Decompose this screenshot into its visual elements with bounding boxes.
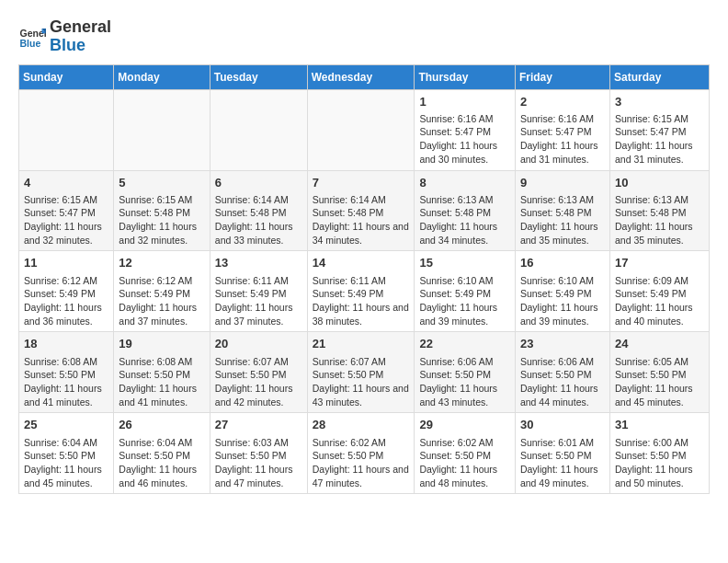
day-number: 14	[313, 255, 410, 271]
day-number: 7	[313, 175, 410, 191]
day-info: Daylight: 11 hours and 43 minutes.	[419, 382, 510, 408]
day-cell: 8Sunrise: 6:13 AMSunset: 5:48 PMDaylight…	[415, 170, 516, 251]
day-cell: 21Sunrise: 6:07 AMSunset: 5:50 PMDayligh…	[307, 332, 415, 413]
day-info: Sunset: 5:50 PM	[119, 368, 204, 382]
day-info: Sunset: 5:50 PM	[24, 368, 108, 382]
day-info: Sunrise: 6:09 AM	[615, 274, 704, 288]
day-info: Sunset: 5:50 PM	[313, 449, 410, 463]
header-cell-friday: Friday	[515, 64, 609, 89]
day-info: Sunset: 5:50 PM	[24, 449, 108, 463]
calendar-table: SundayMondayTuesdayWednesdayThursdayFrid…	[18, 64, 710, 495]
day-info: Daylight: 11 hours and 35 minutes.	[615, 220, 704, 247]
day-info: Sunset: 5:50 PM	[520, 368, 605, 382]
day-cell: 17Sunrise: 6:09 AMSunset: 5:49 PMDayligh…	[609, 251, 709, 332]
day-cell	[114, 89, 210, 170]
day-info: Daylight: 11 hours and 46 minutes.	[119, 463, 204, 489]
day-number: 17	[615, 255, 704, 271]
day-number: 26	[119, 417, 204, 433]
day-info: Daylight: 11 hours and 47 minutes.	[313, 463, 410, 489]
day-info: Sunrise: 6:16 AM	[520, 112, 605, 126]
day-info: Sunrise: 6:04 AM	[24, 436, 108, 450]
day-info: Sunrise: 6:06 AM	[419, 355, 510, 369]
week-row-1: 1Sunrise: 6:16 AMSunset: 5:47 PMDaylight…	[19, 89, 710, 170]
day-cell: 10Sunrise: 6:13 AMSunset: 5:48 PMDayligh…	[609, 170, 709, 251]
day-info: Sunrise: 6:08 AM	[24, 355, 108, 369]
day-cell: 7Sunrise: 6:14 AMSunset: 5:48 PMDaylight…	[307, 170, 415, 251]
day-info: Sunrise: 6:03 AM	[215, 436, 302, 450]
logo-text: General Blue	[50, 18, 111, 55]
day-info: Sunset: 5:48 PM	[215, 206, 302, 220]
day-info: Sunrise: 6:15 AM	[24, 193, 108, 207]
day-info: Sunset: 5:48 PM	[313, 206, 410, 220]
header-cell-tuesday: Tuesday	[210, 64, 307, 89]
day-info: Sunset: 5:47 PM	[615, 125, 704, 139]
day-number: 11	[24, 255, 108, 271]
day-cell: 11Sunrise: 6:12 AMSunset: 5:49 PMDayligh…	[19, 251, 114, 332]
day-info: Sunrise: 6:16 AM	[419, 112, 510, 126]
header-cell-monday: Monday	[114, 64, 210, 89]
day-info: Sunrise: 6:05 AM	[615, 355, 704, 369]
day-info: Sunrise: 6:12 AM	[119, 274, 204, 288]
day-info: Sunrise: 6:02 AM	[313, 436, 410, 450]
day-info: Sunset: 5:49 PM	[24, 287, 108, 301]
header-cell-thursday: Thursday	[415, 64, 516, 89]
day-info: Daylight: 11 hours and 37 minutes.	[215, 301, 302, 327]
day-cell	[307, 89, 415, 170]
day-info: Sunset: 5:47 PM	[24, 206, 108, 220]
day-info: Daylight: 11 hours and 49 minutes.	[520, 463, 605, 489]
calendar-header: SundayMondayTuesdayWednesdayThursdayFrid…	[19, 64, 710, 89]
calendar-body: 1Sunrise: 6:16 AMSunset: 5:47 PMDaylight…	[19, 89, 710, 494]
day-cell: 2Sunrise: 6:16 AMSunset: 5:47 PMDaylight…	[515, 89, 609, 170]
day-info: Daylight: 11 hours and 39 minutes.	[520, 301, 605, 327]
day-number: 28	[313, 417, 410, 433]
day-info: Daylight: 11 hours and 34 minutes.	[313, 220, 410, 247]
day-info: Sunrise: 6:02 AM	[419, 436, 510, 450]
day-number: 21	[313, 336, 410, 352]
week-row-2: 4Sunrise: 6:15 AMSunset: 5:47 PMDaylight…	[19, 170, 710, 251]
day-info: Sunset: 5:50 PM	[215, 449, 302, 463]
day-info: Daylight: 11 hours and 45 minutes.	[615, 382, 704, 408]
day-cell: 22Sunrise: 6:06 AMSunset: 5:50 PMDayligh…	[415, 332, 516, 413]
day-cell	[210, 89, 307, 170]
day-cell: 19Sunrise: 6:08 AMSunset: 5:50 PMDayligh…	[114, 332, 210, 413]
day-info: Sunrise: 6:12 AM	[24, 274, 108, 288]
day-info: Sunrise: 6:14 AM	[313, 193, 410, 207]
day-info: Sunset: 5:48 PM	[419, 206, 510, 220]
day-info: Sunrise: 6:14 AM	[215, 193, 302, 207]
day-info: Daylight: 11 hours and 47 minutes.	[215, 463, 302, 489]
day-info: Daylight: 11 hours and 42 minutes.	[215, 382, 302, 408]
day-number: 16	[520, 255, 605, 271]
day-number: 9	[520, 175, 605, 191]
day-cell: 20Sunrise: 6:07 AMSunset: 5:50 PMDayligh…	[210, 332, 307, 413]
day-info: Sunset: 5:50 PM	[215, 368, 302, 382]
day-cell: 16Sunrise: 6:10 AMSunset: 5:49 PMDayligh…	[515, 251, 609, 332]
day-info: Daylight: 11 hours and 32 minutes.	[119, 220, 204, 247]
day-info: Sunset: 5:50 PM	[119, 449, 204, 463]
day-info: Daylight: 11 hours and 35 minutes.	[520, 220, 605, 247]
day-number: 15	[419, 255, 510, 271]
day-number: 22	[419, 336, 510, 352]
day-info: Sunrise: 6:07 AM	[313, 355, 410, 369]
day-number: 29	[419, 417, 510, 433]
day-info: Sunrise: 6:10 AM	[520, 274, 605, 288]
day-info: Sunrise: 6:07 AM	[215, 355, 302, 369]
day-info: Sunset: 5:49 PM	[615, 287, 704, 301]
day-number: 1	[419, 94, 510, 110]
day-info: Daylight: 11 hours and 37 minutes.	[119, 301, 204, 327]
day-info: Daylight: 11 hours and 30 minutes.	[419, 139, 510, 166]
day-cell: 18Sunrise: 6:08 AMSunset: 5:50 PMDayligh…	[19, 332, 114, 413]
day-cell: 15Sunrise: 6:10 AMSunset: 5:49 PMDayligh…	[415, 251, 516, 332]
day-number: 25	[24, 417, 108, 433]
day-info: Sunset: 5:49 PM	[313, 287, 410, 301]
day-info: Sunrise: 6:13 AM	[419, 193, 510, 207]
day-info: Daylight: 11 hours and 40 minutes.	[615, 301, 704, 327]
day-cell: 4Sunrise: 6:15 AMSunset: 5:47 PMDaylight…	[19, 170, 114, 251]
day-info: Daylight: 11 hours and 31 minutes.	[520, 139, 605, 166]
day-info: Sunset: 5:50 PM	[419, 368, 510, 382]
day-info: Sunset: 5:50 PM	[615, 449, 704, 463]
day-cell: 12Sunrise: 6:12 AMSunset: 5:49 PMDayligh…	[114, 251, 210, 332]
day-info: Sunset: 5:50 PM	[419, 449, 510, 463]
day-number: 31	[615, 417, 704, 433]
day-cell: 23Sunrise: 6:06 AMSunset: 5:50 PMDayligh…	[515, 332, 609, 413]
day-info: Sunrise: 6:06 AM	[520, 355, 605, 369]
